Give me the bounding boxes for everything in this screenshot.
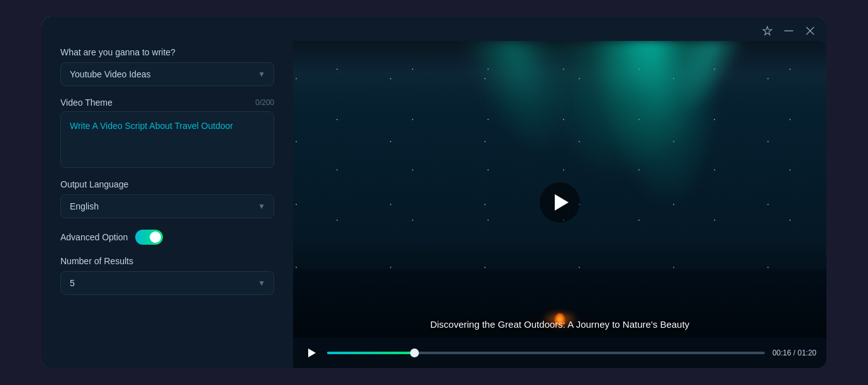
advanced-option-section: Advanced Option	[60, 230, 274, 245]
pin-button[interactable]	[761, 25, 774, 37]
write-select[interactable]: Youtube Video Ideas Blog Post Ideas Soci…	[60, 62, 274, 86]
play-overlay-button[interactable]	[540, 182, 580, 223]
write-label: What are you ganna to write?	[60, 47, 274, 57]
video-panel: Discovering the Great Outdoors: A Journe…	[293, 41, 826, 368]
results-label: Number of Results	[60, 256, 274, 266]
output-language-section: Output Language English Spanish French G…	[60, 179, 274, 218]
close-button[interactable]	[804, 25, 816, 37]
title-bar	[42, 17, 826, 41]
app-window: What are you ganna to write? Youtube Vid…	[41, 16, 827, 369]
video-theme-header: Video Theme 0/200	[60, 98, 274, 108]
progress-thumb[interactable]	[410, 349, 419, 357]
video-theme-label: Video Theme	[60, 98, 113, 108]
left-panel: What are you ganna to write? Youtube Vid…	[42, 41, 293, 368]
minimize-button[interactable]	[782, 25, 795, 37]
main-content: What are you ganna to write? Youtube Vid…	[42, 41, 826, 368]
video-title-overlay: Discovering the Great Outdoors: A Journe…	[293, 319, 826, 330]
video-theme-section: Video Theme 0/200	[60, 98, 274, 168]
play-pause-button[interactable]	[303, 345, 320, 361]
progress-fill	[327, 352, 415, 354]
play-icon	[555, 194, 569, 211]
language-select[interactable]: English Spanish French German Chinese	[60, 194, 274, 218]
advanced-option-label: Advanced Option	[60, 232, 128, 242]
advanced-option-row: Advanced Option	[60, 230, 274, 245]
write-select-wrapper: Youtube Video Ideas Blog Post Ideas Soci…	[60, 62, 274, 86]
toggle-knob	[150, 232, 161, 243]
advanced-option-toggle[interactable]	[135, 230, 163, 245]
play-pause-icon	[308, 349, 316, 357]
video-controls: 00:16 / 01:20	[293, 338, 826, 368]
results-select[interactable]: 1 2 3 4 5 10	[60, 271, 274, 295]
video-title: Discovering the Great Outdoors: A Journe…	[430, 319, 689, 330]
results-select-wrapper: 1 2 3 4 5 10 ▼	[60, 271, 274, 295]
results-section: Number of Results 1 2 3 4 5 10 ▼	[60, 256, 274, 295]
svg-marker-0	[763, 26, 772, 35]
language-select-wrapper: English Spanish French German Chinese ▼	[60, 194, 274, 218]
output-language-label: Output Language	[60, 179, 274, 189]
video-background: Discovering the Great Outdoors: A Journe…	[293, 41, 826, 368]
video-theme-input[interactable]	[60, 111, 274, 168]
time-display: 00:16 / 01:20	[772, 349, 816, 357]
char-count: 0/200	[255, 98, 274, 107]
write-section: What are you ganna to write? Youtube Vid…	[60, 47, 274, 86]
progress-track[interactable]	[327, 352, 765, 354]
